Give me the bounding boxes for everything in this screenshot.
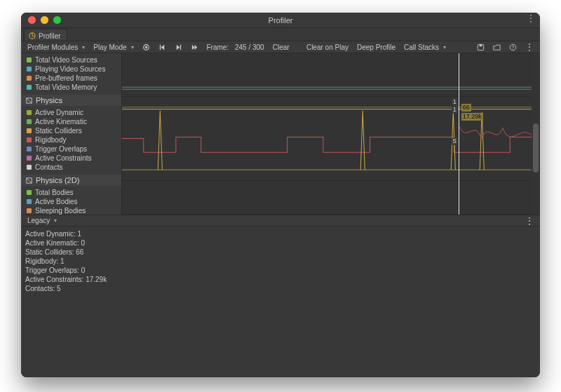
legend-label: Active Dynamic [35, 109, 83, 116]
value-label-contacts: 5 [452, 137, 458, 145]
stat-row: Contacts: 5 [25, 284, 536, 293]
legend-label: Sleeping Bodies [35, 207, 86, 215]
legend-item[interactable]: Trigger Overlaps [21, 144, 121, 154]
zoom-icon[interactable] [53, 16, 61, 24]
value-label: 1 [452, 98, 458, 106]
legend-swatch [27, 110, 32, 115]
legend-label: Active Bodies [35, 198, 78, 205]
physics-icon [25, 97, 33, 104]
save-icon[interactable] [473, 43, 488, 51]
legend-label: Active Constraints [35, 154, 92, 162]
clear-on-play-toggle[interactable]: Clear on Play [303, 43, 352, 51]
stat-row: Static Colliders: 66 [25, 248, 536, 257]
tab-profiler[interactable]: Profiler [24, 29, 67, 41]
upper-split: Total Video SourcesPlaying Video Sources… [21, 53, 540, 215]
legend-item[interactable]: Sleeping Bodies [21, 206, 121, 215]
clear-button[interactable]: Clear [269, 43, 293, 51]
value-label-constraints: 17.29k [461, 113, 483, 121]
window-controls [28, 16, 61, 24]
panel-menu-icon[interactable]: ⋮ [522, 217, 537, 225]
next-frame-button[interactable] [171, 43, 186, 51]
help-icon[interactable]: ? [506, 43, 520, 51]
legend-label: Total Video Memory [35, 83, 97, 91]
module-video-legend: Total Video SourcesPlaying Video Sources… [21, 53, 121, 95]
module-physics2d-legend: Total BodiesActive BodiesSleeping Bodies [21, 186, 121, 215]
minimize-icon[interactable] [41, 16, 48, 24]
legend-item[interactable]: Contacts [21, 163, 121, 172]
legend-item[interactable]: Active Dynamic [21, 108, 121, 117]
chart-video[interactable] [122, 53, 532, 97]
svg-point-2 [144, 46, 147, 48]
legend-item[interactable]: Active Constraints [21, 154, 121, 163]
legend-label: Total Bodies [35, 189, 73, 196]
current-frame-button[interactable] [187, 43, 202, 51]
value-label: 1 [452, 106, 458, 114]
legend-item[interactable]: Pre-buffered frames [21, 74, 121, 83]
physics2d-icon [25, 177, 33, 184]
legend-swatch [27, 76, 32, 81]
call-stacks-dropdown[interactable]: Call Stacks [400, 43, 450, 51]
stat-row: Active Constraints: 17.29k [25, 275, 536, 284]
module-physics2d-header[interactable]: Physics (2D) [21, 175, 121, 186]
load-icon[interactable] [489, 43, 504, 51]
lower-pane: Legacy ⋮ Active Dynamic: 1Active Kinemat… [21, 215, 540, 377]
stat-row: Active Kinematic: 0 [25, 238, 536, 248]
legend-swatch [27, 119, 32, 124]
legend-item[interactable]: Total Bodies [21, 188, 121, 197]
window-menu-icon[interactable]: ⋮ [527, 14, 534, 22]
svg-rect-4 [180, 44, 180, 49]
scroll-thumb[interactable] [533, 123, 539, 173]
legend-item[interactable]: Active Bodies [21, 197, 121, 206]
detail-view-dropdown[interactable]: Legacy [24, 217, 60, 224]
profiler-icon [29, 32, 36, 39]
legend-label: Static Colliders [35, 127, 82, 135]
legend-swatch [27, 165, 32, 170]
legend-item[interactable]: Active Kinematic [21, 117, 121, 126]
legend-label: Trigger Overlaps [35, 145, 87, 153]
tab-label: Profiler [39, 32, 61, 40]
legend-item[interactable]: Playing Video Sources [21, 65, 121, 74]
vertical-scrollbar[interactable] [532, 53, 540, 215]
legend-item[interactable]: Rigidbody [21, 135, 121, 144]
svg-rect-3 [159, 44, 160, 49]
context-menu-icon[interactable]: ⋮ [522, 43, 537, 51]
legend-swatch [27, 58, 32, 62]
playhead[interactable] [459, 53, 459, 215]
module-sidebar: Total Video SourcesPlaying Video Sources… [21, 53, 122, 215]
close-icon[interactable] [28, 16, 36, 24]
legend-label: Contacts [35, 163, 62, 171]
legend-swatch [27, 128, 32, 133]
legend-item[interactable]: Total Video Memory [21, 83, 121, 92]
stat-row: Active Dynamic: 1 [25, 229, 536, 238]
window-title: Profiler [21, 13, 540, 28]
profiler-modules-dropdown[interactable]: Profiler Modules [24, 43, 88, 51]
lower-toolbar: Legacy ⋮ [21, 215, 540, 227]
chart-area[interactable]: 1 1 66 17.29k 5 [122, 53, 540, 215]
legend-label: Total Video Sources [35, 56, 97, 64]
record-button[interactable] [139, 43, 154, 51]
deep-profile-toggle[interactable]: Deep Profile [353, 43, 399, 51]
svg-text:?: ? [512, 44, 515, 49]
legend-label: Active Kinematic [35, 118, 87, 126]
svg-line-12 [27, 177, 32, 182]
stat-row: Rigidbody: 1 [25, 257, 536, 266]
legend-item[interactable]: Static Colliders [21, 126, 121, 135]
stat-row: Trigger Overlaps: 0 [25, 266, 536, 275]
legend-swatch [27, 147, 32, 151]
svg-rect-6 [480, 44, 482, 46]
module-physics-header[interactable]: Physics [21, 95, 121, 106]
titlebar[interactable]: Profiler ⋮ [21, 13, 540, 28]
prev-frame-button[interactable] [155, 43, 170, 51]
legend-swatch [27, 208, 32, 213]
legend-label: Rigidbody [35, 136, 66, 144]
module-physics-legend: Active DynamicActive KinematicStatic Col… [21, 106, 121, 175]
legend-item[interactable]: Total Video Sources [21, 55, 121, 65]
legend-label: Pre-buffered frames [35, 74, 97, 82]
legend-swatch [27, 137, 32, 142]
chart-physics2d[interactable] [122, 181, 532, 215]
legend-swatch [27, 67, 32, 72]
play-mode-dropdown[interactable]: Play Mode [90, 43, 137, 51]
legend-swatch [27, 85, 32, 90]
physics-stats: Active Dynamic: 1Active Kinematic: 0Stat… [21, 227, 540, 377]
value-label-static: 66 [461, 104, 471, 111]
